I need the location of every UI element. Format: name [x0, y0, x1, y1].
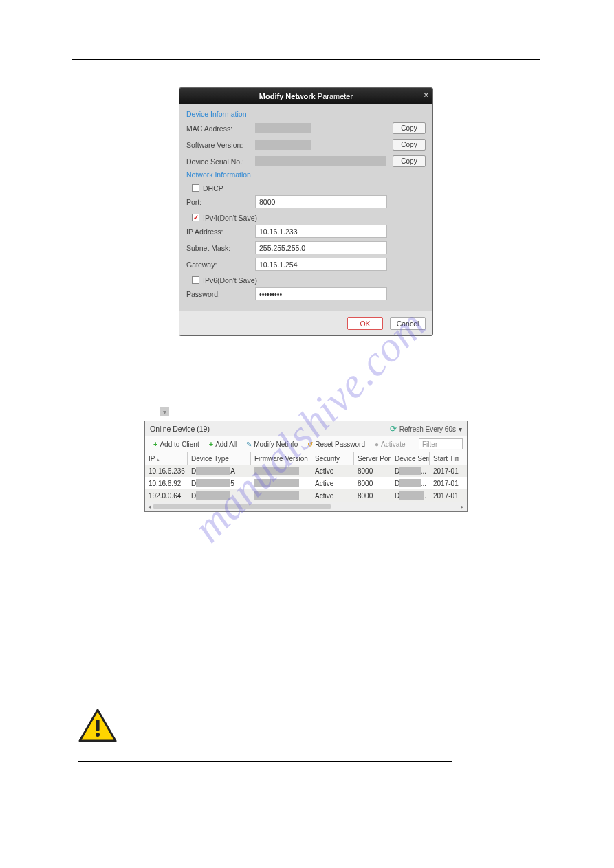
label-mac: MAC Address: [186, 124, 255, 133]
cell-serial: D... [391, 467, 430, 475]
add-to-client-button[interactable]: + Add to Client [149, 440, 204, 448]
filter-input[interactable]: Filter [419, 438, 463, 449]
row-serial: Device Serial No.: Copy [186, 154, 426, 168]
ip-input[interactable] [255, 225, 387, 238]
panel-header: Online Device (19) ⟳ Refresh Every 60s ▾ [145, 421, 467, 436]
label-ipv4: IPv4(Don't Save) [203, 214, 257, 222]
horizontal-scrollbar[interactable]: ◂ ▸ [145, 502, 467, 511]
refresh-control[interactable]: ⟳ Refresh Every 60s ▾ [390, 424, 462, 434]
label-gateway: Gateway: [186, 260, 255, 269]
cell-ip: 192.0.0.64 [145, 492, 188, 500]
password-input[interactable] [255, 287, 387, 300]
panel-toolbar: + Add to Client + Add All ✎ Modify Netin… [145, 436, 467, 452]
expand-arrow-icon[interactable]: ▾ [160, 407, 169, 416]
row-mac: MAC Address: Copy [186, 121, 426, 135]
row-subnet: Subnet Mask: [186, 241, 426, 255]
scroll-track[interactable] [153, 504, 459, 509]
filter-placeholder: Filter [422, 441, 437, 448]
table-row[interactable]: 10.16.6.236 DA Active 8000 D... 2017-01 [145, 465, 467, 477]
warning-underline [78, 761, 452, 762]
col-device-type[interactable]: Device Type [188, 452, 251, 465]
dialog-body: Device Information MAC Address: Copy Sof… [179, 104, 432, 301]
section-network-info: Network Information [186, 170, 426, 179]
scroll-left-icon[interactable]: ◂ [148, 503, 151, 510]
cell-firmware [251, 491, 311, 500]
svg-rect-1 [96, 720, 99, 731]
label-ipv6: IPv6(Don't Save) [203, 276, 257, 285]
label-subnet: Subnet Mask: [186, 244, 255, 252]
port-input[interactable] [255, 195, 387, 208]
bulb-icon: ● [375, 441, 379, 448]
scroll-thumb[interactable] [153, 504, 331, 509]
cell-start: 2017-01 [430, 480, 459, 487]
cell-device-type: D5 [188, 479, 251, 487]
row-password: Password: [186, 287, 426, 301]
col-server-port[interactable]: Server Port [354, 452, 391, 465]
col-ip[interactable]: IP [145, 452, 188, 465]
cancel-button[interactable]: Cancel [390, 317, 426, 330]
modify-netinfo-label: Modify Netinfo [254, 441, 298, 448]
cell-start: 2017-01 [430, 467, 459, 475]
table-row[interactable]: 10.16.6.92 D5 Active 8000 D... 2017-01 [145, 477, 467, 489]
svg-point-2 [96, 733, 100, 737]
scroll-right-icon[interactable]: ▸ [461, 503, 464, 510]
close-icon[interactable]: × [424, 91, 428, 99]
cell-ip: 10.16.6.92 [145, 480, 188, 487]
page-top-rule [72, 59, 540, 60]
dhcp-row: DHCP [192, 181, 426, 194]
cell-ip: 10.16.6.236 [145, 467, 188, 475]
label-software: Software Version: [186, 141, 255, 149]
refresh-icon: ⟳ [390, 424, 397, 434]
col-security[interactable]: Security [311, 452, 354, 465]
activate-label: Activate [381, 441, 406, 448]
cell-security: Active [311, 480, 354, 487]
value-mac-redacted [255, 123, 311, 133]
dialog-footer: OK Cancel [179, 311, 432, 335]
cell-port: 8000 [354, 492, 391, 500]
col-start[interactable]: Start Tim [430, 452, 459, 465]
row-port: Port: [186, 194, 426, 209]
cell-device-type: D [188, 491, 251, 500]
modify-netinfo-button[interactable]: ✎ Modify Netinfo [242, 441, 302, 448]
row-gateway: Gateway: [186, 257, 426, 271]
grid-body: 10.16.6.236 DA Active 8000 D... 2017-01 … [145, 465, 467, 502]
ipv6-checkbox[interactable] [192, 276, 199, 284]
cell-serial: D. [391, 491, 430, 500]
ipv4-checkbox[interactable] [192, 214, 199, 221]
cell-device-type: DA [188, 467, 251, 475]
gateway-input[interactable] [255, 258, 387, 271]
refresh-label: Refresh Every 60s [399, 425, 456, 433]
online-device-panel: Online Device (19) ⟳ Refresh Every 60s ▾… [144, 421, 468, 512]
modify-network-dialog: Modify Network Parameter × Device Inform… [179, 87, 433, 336]
col-serial[interactable]: Device Serial No. [391, 452, 430, 465]
value-serial-redacted [255, 156, 386, 166]
plus-icon: + [153, 440, 157, 448]
table-row[interactable]: 192.0.0.64 D Active 8000 D. 2017-01 [145, 489, 467, 502]
reset-password-button[interactable]: ↺ Reset Password [303, 441, 369, 448]
add-to-client-label: Add to Client [160, 441, 199, 448]
cell-port: 8000 [354, 467, 391, 475]
subnet-input[interactable] [255, 241, 387, 254]
activate-button[interactable]: ● Activate [371, 441, 410, 448]
dialog-title-bar[interactable]: Modify Network Parameter × [179, 88, 432, 104]
plus-icon: + [209, 440, 213, 448]
copy-serial-button[interactable]: Copy [393, 155, 426, 167]
chevron-down-icon: ▾ [459, 425, 462, 433]
ok-button[interactable]: OK [347, 317, 383, 330]
section-device-info: Device Information [186, 110, 426, 118]
row-software: Software Version: Copy [186, 137, 426, 152]
add-all-label: Add All [215, 441, 237, 448]
cell-port: 8000 [354, 480, 391, 487]
copy-software-button[interactable]: Copy [393, 139, 426, 151]
row-ip: IP Address: [186, 224, 426, 238]
copy-mac-button[interactable]: Copy [393, 122, 426, 134]
add-all-button[interactable]: + Add All [205, 440, 241, 448]
warning-icon [78, 709, 117, 743]
col-firmware[interactable]: Firmware Version [251, 452, 311, 465]
key-icon: ↺ [307, 441, 313, 448]
dhcp-checkbox[interactable] [192, 184, 199, 192]
cell-start: 2017-01 [430, 492, 459, 500]
value-software-redacted [255, 140, 311, 150]
cell-firmware [251, 467, 311, 475]
ipv4-row: IPv4(Don't Save) [192, 211, 426, 224]
